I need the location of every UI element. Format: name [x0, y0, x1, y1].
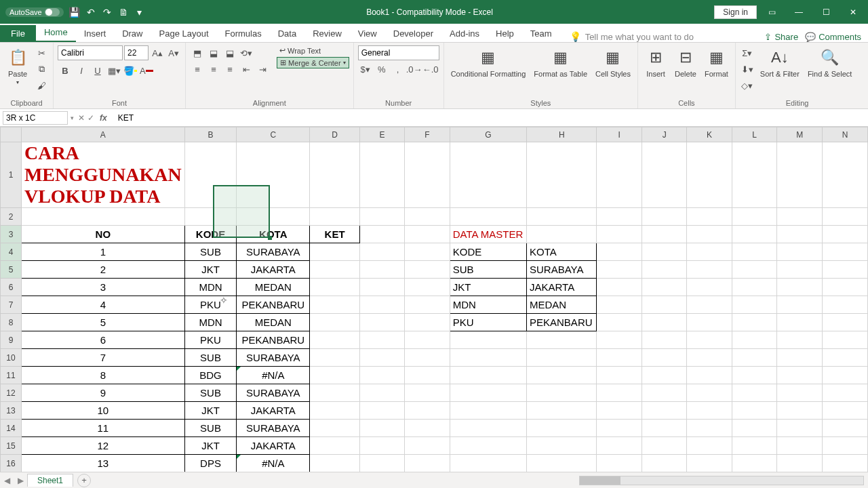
cell-D10[interactable]: [310, 349, 359, 367]
cell-L12[interactable]: [732, 384, 776, 402]
cell-I15[interactable]: [597, 437, 642, 455]
cell-C2[interactable]: [237, 208, 310, 226]
cell-F7[interactable]: [405, 296, 450, 314]
cell-I9[interactable]: [597, 331, 642, 349]
cell-K5[interactable]: [687, 261, 732, 279]
align-bottom-icon[interactable]: ⬓: [222, 45, 237, 60]
cell-I7[interactable]: [597, 296, 642, 314]
cell-M7[interactable]: [777, 296, 823, 314]
fill-color-icon[interactable]: 🪣: [123, 63, 138, 78]
save-icon[interactable]: 💾: [69, 7, 80, 18]
cell-G4[interactable]: KODE: [450, 243, 526, 261]
cell-L9[interactable]: [732, 331, 776, 349]
row-header-14[interactable]: 14: [1, 420, 22, 437]
cell-J10[interactable]: [642, 349, 686, 367]
cell-K3[interactable]: [687, 226, 732, 243]
font-size-combo[interactable]: 22: [124, 45, 149, 60]
row-header-7[interactable]: 7: [1, 296, 22, 314]
row-header-11[interactable]: 11: [1, 367, 22, 384]
autosum-icon[interactable]: Σ▾: [740, 45, 755, 60]
cell-A9[interactable]: 6: [21, 331, 184, 349]
cell-A3[interactable]: NO: [21, 226, 184, 243]
minimize-icon[interactable]: —: [787, 3, 811, 22]
cell-M5[interactable]: [777, 261, 823, 279]
cell-C15[interactable]: JAKARTA: [237, 437, 310, 455]
sort-filter-button[interactable]: A↓Sort & Filter: [757, 45, 802, 79]
cell-A15[interactable]: 12: [21, 437, 184, 455]
redo-icon[interactable]: ↷: [102, 7, 113, 18]
cell-E14[interactable]: [359, 420, 404, 437]
cell-N16[interactable]: [823, 455, 868, 472]
align-top-icon[interactable]: ⬒: [190, 45, 205, 60]
tab-addins[interactable]: Add-ins: [441, 25, 488, 42]
copy-icon[interactable]: ⧉: [34, 62, 49, 77]
cell-N14[interactable]: [823, 420, 868, 437]
col-header-H[interactable]: H: [527, 127, 597, 142]
fx-icon[interactable]: fx: [97, 113, 110, 123]
cell-G15[interactable]: [450, 437, 526, 455]
cell-G7[interactable]: MDN: [450, 296, 526, 314]
cell-F1[interactable]: [405, 142, 450, 208]
cell-I8[interactable]: [597, 314, 642, 331]
row-header-16[interactable]: 16: [1, 455, 22, 472]
tab-review[interactable]: Review: [304, 25, 350, 42]
cell-M8[interactable]: [777, 314, 823, 331]
cell-H7[interactable]: MEDAN: [527, 296, 597, 314]
cell-H4[interactable]: KOTA: [527, 243, 597, 261]
cell-H8[interactable]: PEKANBARU: [527, 314, 597, 331]
cell-L7[interactable]: [732, 296, 776, 314]
align-right-icon[interactable]: ≡: [222, 62, 237, 77]
fill-handle[interactable]: [268, 236, 272, 240]
cell-J7[interactable]: [642, 296, 686, 314]
cell-C6[interactable]: MEDAN: [237, 279, 310, 296]
cell-N13[interactable]: [823, 402, 868, 420]
cell-A14[interactable]: 11: [21, 420, 184, 437]
cell-L13[interactable]: [732, 402, 776, 420]
cell-G14[interactable]: [450, 420, 526, 437]
worksheet-grid[interactable]: ABCDEFGHIJKLMN1CARA MENGGUNAKAN VLOKUP D…: [0, 127, 868, 472]
cell-J1[interactable]: [642, 142, 686, 208]
cell-E16[interactable]: [359, 455, 404, 472]
tab-insert[interactable]: Insert: [76, 25, 115, 42]
cell-D11[interactable]: [310, 367, 359, 384]
cell-K10[interactable]: [687, 349, 732, 367]
cell-K9[interactable]: [687, 331, 732, 349]
cell-B6[interactable]: MDN: [184, 279, 237, 296]
cell-H9[interactable]: [527, 331, 597, 349]
cell-E5[interactable]: [359, 261, 404, 279]
cell-J4[interactable]: [642, 243, 686, 261]
cell-C13[interactable]: JAKARTA: [237, 402, 310, 420]
sheet-tab-sheet1[interactable]: Sheet1: [27, 474, 73, 487]
cell-D2[interactable]: [310, 208, 359, 226]
cell-F2[interactable]: [405, 208, 450, 226]
cell-J11[interactable]: [642, 367, 686, 384]
cell-E6[interactable]: [359, 279, 404, 296]
cell-B11[interactable]: BDG: [184, 367, 237, 384]
row-header-3[interactable]: 3: [1, 226, 22, 243]
cell-G13[interactable]: [450, 402, 526, 420]
font-name-combo[interactable]: Calibri: [58, 45, 123, 60]
row-header-6[interactable]: 6: [1, 279, 22, 296]
sheet-nav-prev-icon[interactable]: ◀: [0, 476, 14, 485]
decrease-indent-icon[interactable]: ⇤: [239, 62, 254, 77]
cell-I12[interactable]: [597, 384, 642, 402]
cell-B14[interactable]: SUB: [184, 420, 237, 437]
cell-C9[interactable]: PEKANBARU: [237, 331, 310, 349]
cell-C5[interactable]: JAKARTA: [237, 261, 310, 279]
format-painter-icon[interactable]: 🖌: [34, 78, 49, 93]
cell-H13[interactable]: [527, 402, 597, 420]
cell-G5[interactable]: SUB: [450, 261, 526, 279]
cell-A6[interactable]: 3: [21, 279, 184, 296]
cell-F8[interactable]: [405, 314, 450, 331]
align-left-icon[interactable]: ≡: [190, 62, 205, 77]
cell-J3[interactable]: [642, 226, 686, 243]
cell-styles-button[interactable]: ▦Cell Styles: [593, 45, 633, 79]
cell-B1[interactable]: [184, 142, 237, 208]
cell-E9[interactable]: [359, 331, 404, 349]
cell-J15[interactable]: [642, 437, 686, 455]
row-header-4[interactable]: 4: [1, 243, 22, 261]
cell-I14[interactable]: [597, 420, 642, 437]
cell-C10[interactable]: SURABAYA: [237, 349, 310, 367]
cell-B15[interactable]: JKT: [184, 437, 237, 455]
cell-G11[interactable]: [450, 367, 526, 384]
